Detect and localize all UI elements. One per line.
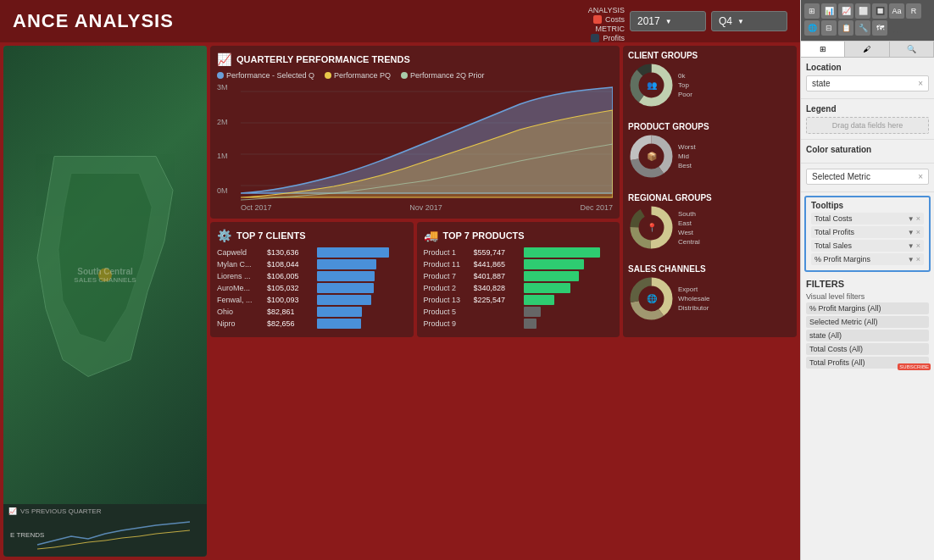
center-column: 📈 QUARTERLY PERFORMANCE TRENDS Performan… [210,46,620,337]
rp-icon-9[interactable]: ⊟ [821,20,837,36]
client-groups-row: 👥 0k Top Poor [628,62,792,108]
right-charts-panel: CLIENT GROUPS 👥 0k Top [623,46,797,337]
product-bar-2 [524,259,584,269]
product-groups-row: 📦 Worst Mid Best [628,133,792,180]
svg-text:📍: 📍 [647,222,658,233]
vs-label: 📈 VS PREVIOUS QUARTER [8,507,202,515]
tab-analytics[interactable]: 🔍 [890,42,934,57]
profits-label: Profits [603,34,625,42]
product-bar-6 [524,307,541,317]
filter-label-5: Total Profits (All) [809,358,865,367]
client-row-1: Capweld $130,636 [217,247,407,258]
filter-row-5[interactable]: Total Profits (All) SUBSCRIBE [806,357,929,369]
client-groups-title: CLIENT GROUPS [628,51,792,60]
top-clients-title: ⚙️ TOP 7 CLIENTS [217,229,407,242]
selected-metric-field[interactable]: Selected Metric × [806,169,929,185]
products-icon: 🚚 [424,229,438,242]
filter-row-3[interactable]: state (All) [806,330,929,341]
filter-row-4[interactable]: Total Costs (All) [806,343,929,355]
client-groups-labels: 0k Top Poor [678,72,692,98]
product-row-5: Product 13 $225,547 [424,295,614,305]
color-saturation-title: Color saturation [806,145,929,154]
tooltip-controls-1: ▼ × [908,214,920,223]
rp-icon-6[interactable]: Aa [889,3,904,19]
tooltip-arrow-4[interactable]: ▼ [908,256,915,263]
analysis-legend: ANALYSIS Costs METRIC Profits [588,6,625,43]
rp-icon-1[interactable]: ⊞ [804,3,820,19]
selected-metric-clear[interactable]: × [918,172,923,181]
tooltip-x-1[interactable]: × [916,214,920,223]
product-row-7: Product 9 [424,319,614,329]
quarterly-trends-title: 📈 QUARTERLY PERFORMANCE TRENDS [217,53,613,66]
rp-icon-8[interactable]: 🌐 [804,20,820,36]
rp-dots: ... [889,20,906,37]
location-title: Location [806,63,929,72]
tooltip-x-4[interactable]: × [916,255,920,263]
quarter-value: Q4 [719,15,732,27]
quarterly-trends-panel: 📈 QUARTERLY PERFORMANCE TRENDS Performan… [210,46,620,219]
product-bar-7 [524,319,536,329]
tooltip-arrow-2[interactable]: ▼ [908,229,915,236]
map-marker [98,269,112,282]
svg-text:🌐: 🌐 [647,293,658,304]
quarter-dropdown[interactable]: Q4 ▼ [711,11,787,31]
tooltip-label-1: Total Costs [814,214,853,223]
tooltip-row-2: Total Profits ▼ × [811,226,924,238]
client-bar-6 [317,307,362,317]
tooltip-arrow-1[interactable]: ▼ [908,215,915,223]
client-row-2: Mylan C... $108,044 [217,259,407,269]
tooltip-x-2[interactable]: × [916,228,920,236]
x-axis: Oct 2017 Nov 2017 Dec 2017 [241,203,613,212]
quarter-dropdown-arrow: ▼ [737,18,744,25]
selected-metric-section: Selected Metric × [801,164,934,192]
rp-icons-top: ⊞ 📊 📈 ⬜ 🔲 Aa R 🌐 ⊟ 📋 🔧 🗺 ... [801,0,934,42]
tooltip-label-2: Total Profits [814,228,854,236]
client-bar-4 [317,283,374,293]
product-row-4: Product 2 $340,828 [424,283,614,293]
mini-chart: E TRENDS [8,515,202,553]
vs-previous-section: 📈 VS PREVIOUS QUARTER E TRENDS [3,504,207,557]
legend-item-2q: Performance 2Q Prior [401,71,485,80]
rp-icon-5[interactable]: 🔲 [872,3,887,19]
filter-row-1[interactable]: % Profit Margins (All) [806,302,929,314]
location-clear[interactable]: × [918,79,923,88]
client-bar-1 [317,247,389,258]
sales-channels-section: SALES CHANNELS 🌐 Export [628,264,792,332]
legend-hint: Drag data fields here [806,117,929,134]
product-groups-section: PRODUCT GROUPS 📦 Worst M [628,122,792,190]
bottom-center: ⚙️ TOP 7 CLIENTS Capweld $130,636 Mylan … [210,222,620,337]
product-groups-title: PRODUCT GROUPS [628,122,792,131]
map-area: South Central SALES CHANNELS 📈 VS PREVIO… [3,46,207,557]
rp-icon-10[interactable]: 📋 [838,20,853,36]
chart-area [241,83,613,202]
header: ANCE ANALYSIS ANALYSIS Costs METRIC [0,0,800,42]
rp-icon-12[interactable]: 🗺 [872,20,887,36]
filter-label-2: Selected Metric (All) [809,318,878,326]
client-row-7: Nipro $82,656 [217,319,407,329]
year-dropdown[interactable]: 2017 ▼ [630,11,706,31]
location-field[interactable]: state × [806,75,929,91]
client-bar-7 [317,319,361,329]
location-value: state [812,79,831,88]
tooltips-section: Tooltips Total Costs ▼ × Total Profits ▼… [804,196,931,272]
product-row-3: Product 7 $401,887 [424,271,614,281]
rp-icon-4[interactable]: ⬜ [855,3,870,19]
client-bar-5 [317,295,371,305]
rp-icon-2[interactable]: 📊 [821,3,837,19]
costs-label: Costs [605,15,625,24]
rp-icon-3[interactable]: 📈 [838,3,853,19]
tab-format[interactable]: 🖌 [845,42,889,57]
client-groups-donut: 👥 [628,62,675,108]
filter-row-2[interactable]: Selected Metric (All) [806,316,929,328]
top-products-title: 🚚 TOP 7 PRODUCTS [424,229,614,242]
rp-icon-11[interactable]: 🔧 [855,20,870,36]
tooltip-arrow-3[interactable]: ▼ [908,242,915,250]
analysis-label: ANALYSIS [588,6,625,14]
tooltip-x-3[interactable]: × [916,241,920,250]
tab-fields[interactable]: ⊞ [801,42,845,57]
year-value: 2017 [637,15,660,27]
rp-icon-7[interactable]: R [906,3,921,19]
tooltip-controls-2: ▼ × [908,228,920,236]
legend-color-pq [325,72,331,79]
filter-label-4: Total Costs (All) [809,345,863,353]
